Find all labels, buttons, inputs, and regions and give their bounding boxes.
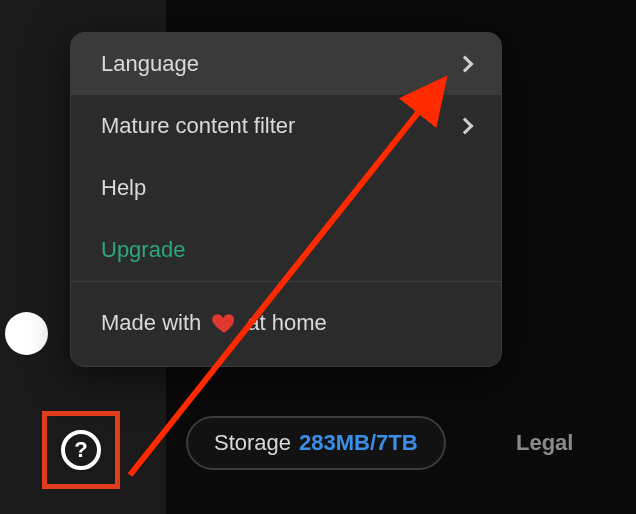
chevron-right-icon [457,118,474,135]
menu-item-upgrade[interactable]: Upgrade [71,219,501,281]
avatar [5,312,48,355]
menu-item-label: Upgrade [101,237,185,263]
legal-link[interactable]: Legal [516,430,573,456]
footer-prefix: Made with [101,310,201,336]
menu-footer: Made with at home [71,282,501,366]
heart-icon [211,310,237,336]
storage-indicator[interactable]: Storage 283MB/7TB [186,416,446,470]
menu-item-help[interactable]: Help [71,157,501,219]
settings-popup-menu: Language Mature content filter Help Upgr… [70,32,502,367]
annotation-highlight-box: ? [42,411,120,489]
chevron-right-icon [457,56,474,73]
menu-item-label: Help [101,175,146,201]
footer-suffix: at home [247,310,327,336]
help-button[interactable]: ? [61,430,101,470]
storage-label: Storage [214,430,291,456]
menu-item-language[interactable]: Language [71,33,501,95]
storage-value: 283MB/7TB [299,430,418,456]
menu-item-mature-content-filter[interactable]: Mature content filter [71,95,501,157]
question-mark-icon: ? [74,437,87,463]
menu-item-label: Language [101,51,199,77]
legal-label: Legal [516,430,573,455]
menu-item-label: Mature content filter [101,113,295,139]
